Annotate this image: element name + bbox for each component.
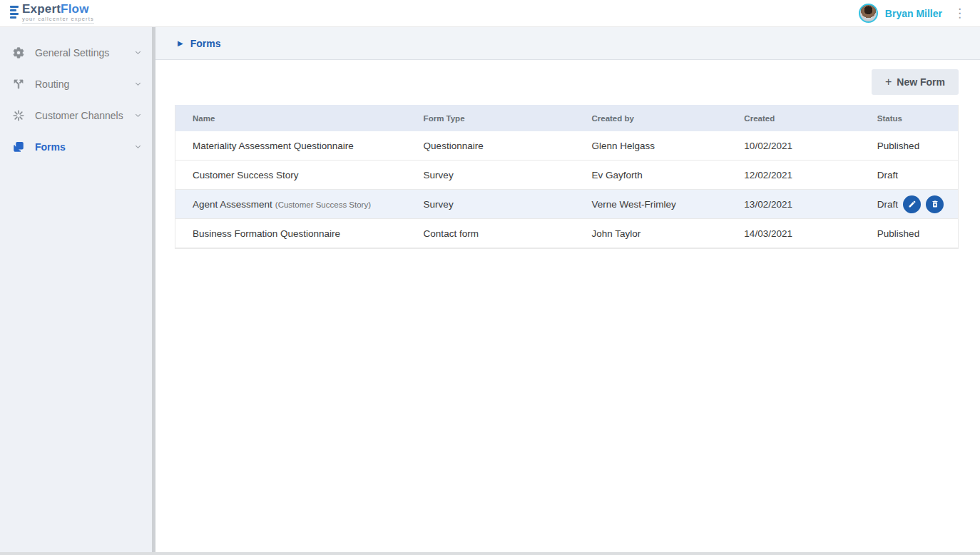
status-text: Draft bbox=[877, 170, 898, 180]
cell-form-type: Contact form bbox=[407, 228, 575, 239]
status-text: Draft bbox=[877, 199, 898, 210]
cell-created: 14/03/2021 bbox=[727, 228, 859, 239]
cell-form-type: Survey bbox=[407, 199, 575, 210]
toolbar: + New Form bbox=[155, 60, 980, 95]
sidebar-item-label: Routing bbox=[35, 78, 134, 90]
edit-button[interactable] bbox=[903, 195, 921, 213]
user-area: Bryan Miller ⋮ bbox=[859, 4, 970, 23]
sidebar-item-customer-channels[interactable]: Customer Channels bbox=[0, 100, 152, 131]
sidebar-item-routing[interactable]: Routing bbox=[0, 68, 152, 100]
cell-form-type: Questionnaire bbox=[407, 141, 575, 151]
sidebar-item-label: Forms bbox=[35, 141, 134, 153]
cell-name: Business Formation Questionnaire bbox=[175, 228, 407, 239]
form-name-note: (Customer Success Story) bbox=[275, 200, 371, 209]
user-name[interactable]: Bryan Miller bbox=[885, 8, 942, 19]
breadcrumb-triangle-icon[interactable]: ▶ bbox=[178, 39, 183, 47]
chevron-down-icon bbox=[134, 110, 142, 121]
column-header-created-by: Created by bbox=[574, 114, 727, 123]
chevron-down-icon bbox=[134, 141, 142, 153]
sidebar-item-label: General Settings bbox=[35, 47, 134, 58]
expertflow-logo[interactable]: ExpertFlow your callcenter experts bbox=[10, 3, 94, 24]
horizontal-scrollbar[interactable] bbox=[0, 552, 980, 555]
channels-hub-icon bbox=[11, 108, 26, 123]
cell-created-by: Ev Gayforth bbox=[574, 170, 727, 180]
brand-tagline: your callcenter experts bbox=[22, 16, 94, 24]
cell-status: Draft bbox=[860, 170, 958, 180]
forms-icon bbox=[11, 140, 26, 154]
table-row[interactable]: Materiality Assessment Questionnaire Que… bbox=[175, 131, 958, 161]
sidebar-item-forms[interactable]: Forms bbox=[0, 131, 152, 163]
breadcrumb: ▶ Forms bbox=[155, 27, 980, 60]
cell-created-by: Verne West-Frimley bbox=[574, 199, 727, 210]
status-text: Published bbox=[877, 228, 919, 239]
content-area: ▶ Forms + New Form Name Form Type Create… bbox=[155, 27, 980, 552]
delete-button[interactable] bbox=[926, 195, 944, 213]
sidebar: General Settings Routing Customer Channe… bbox=[0, 27, 152, 552]
cell-form-type: Survey bbox=[407, 170, 575, 180]
new-form-button[interactable]: + New Form bbox=[872, 69, 959, 95]
routing-icon bbox=[11, 77, 26, 91]
cell-status: Published bbox=[860, 228, 958, 239]
status-text: Published bbox=[877, 141, 919, 151]
cell-created: 13/02/2021 bbox=[727, 199, 859, 210]
table-row[interactable]: Agent Assessment(Customer Success Story)… bbox=[175, 190, 958, 219]
sidebar-item-general-settings[interactable]: General Settings bbox=[0, 37, 152, 68]
table-header-row: Name Form Type Created by Created Status bbox=[175, 105, 958, 131]
cell-status: Draft bbox=[860, 195, 958, 213]
avatar[interactable] bbox=[859, 4, 878, 23]
column-header-status: Status bbox=[860, 114, 958, 123]
gear-icon bbox=[11, 46, 26, 60]
kebab-menu-icon[interactable]: ⋮ bbox=[949, 6, 970, 21]
logo-bars-icon bbox=[10, 6, 19, 19]
form-name: Agent Assessment bbox=[193, 199, 272, 210]
table-row[interactable]: Business Formation Questionnaire Contact… bbox=[175, 219, 958, 248]
chevron-down-icon bbox=[134, 47, 142, 58]
cell-name: Customer Success Story bbox=[175, 170, 407, 180]
forms-table: Name Form Type Created by Created Status… bbox=[175, 105, 959, 249]
app-header: ExpertFlow your callcenter experts Bryan… bbox=[0, 0, 980, 27]
column-header-form-type: Form Type bbox=[407, 114, 575, 123]
main-layout: General Settings Routing Customer Channe… bbox=[0, 27, 980, 552]
chevron-down-icon bbox=[134, 78, 142, 90]
brand-name: ExpertFlow bbox=[22, 3, 94, 15]
table-row[interactable]: Customer Success Story Survey Ev Gayfort… bbox=[175, 161, 958, 190]
breadcrumb-label[interactable]: Forms bbox=[190, 38, 221, 49]
cell-name: Agent Assessment(Customer Success Story) bbox=[175, 199, 407, 210]
column-header-created: Created bbox=[727, 114, 859, 123]
cell-created: 10/02/2021 bbox=[727, 141, 859, 151]
cell-status: Published bbox=[860, 141, 958, 151]
cell-created: 12/02/2021 bbox=[727, 170, 859, 180]
cell-name: Materiality Assessment Questionnaire bbox=[175, 141, 407, 151]
new-form-label: New Form bbox=[897, 76, 945, 88]
sidebar-item-label: Customer Channels bbox=[35, 110, 134, 121]
cell-created-by: Glenn Helgass bbox=[574, 141, 727, 151]
column-header-name: Name bbox=[175, 114, 407, 123]
cell-created-by: John Taylor bbox=[574, 228, 727, 239]
plus-icon: + bbox=[885, 76, 892, 88]
